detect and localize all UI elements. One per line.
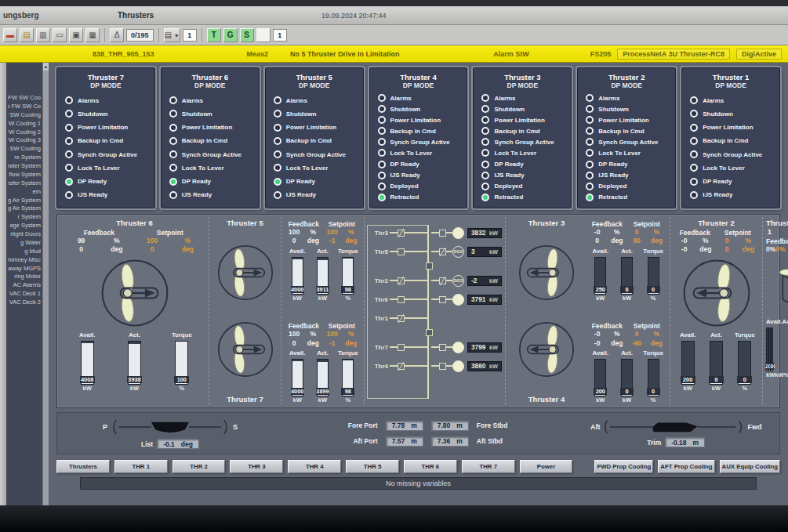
wire bbox=[405, 365, 429, 367]
status-label: Alarms bbox=[78, 97, 99, 104]
trend-icon[interactable]: ▦ bbox=[85, 28, 100, 42]
nav-button-power[interactable]: Power bbox=[520, 460, 573, 473]
sidebar-item[interactable]: Equip FW SW Co bbox=[8, 103, 41, 111]
nav-button-thrusters[interactable]: Thrusters bbox=[56, 460, 110, 473]
list-label: List bbox=[141, 440, 153, 448]
status-label: Shutdown bbox=[598, 106, 629, 113]
sidebar-item[interactable]: rtight Doors bbox=[8, 230, 41, 239]
window-frame-edge bbox=[0, 63, 6, 505]
breaker-icon bbox=[439, 296, 446, 303]
nav-button-thr-5[interactable]: THR 5 bbox=[346, 460, 399, 473]
status-label: Backup in Cmd bbox=[182, 137, 227, 144]
breaker-icon bbox=[398, 344, 405, 351]
aft-stbd-value: 7.36 bbox=[438, 437, 451, 445]
nav-button-thr-3[interactable]: THR 3 bbox=[230, 460, 283, 473]
sidebar-scrollbar[interactable]: ▲ bbox=[42, 63, 49, 505]
nav-button-aux-equip-cooling[interactable]: AUX Equip Cooling bbox=[720, 460, 780, 473]
alarm-message-bar[interactable]: 838_THR_905_153 Meas2 No 5 Thruster Driv… bbox=[0, 45, 788, 63]
sidebar-item[interactable]: FW SW Cooling bbox=[8, 111, 41, 120]
sidebar-item[interactable]: em bbox=[8, 188, 41, 197]
generator-icon bbox=[452, 294, 464, 306]
generator-power-value: 3kW bbox=[467, 247, 502, 257]
page-number-field[interactable]: 1 bbox=[183, 29, 197, 42]
sidebar-item[interactable]: g Air System bbox=[8, 204, 41, 213]
dp-status-row: Lock To Lever bbox=[378, 149, 465, 157]
sidebar-item[interactable]: age System bbox=[8, 222, 41, 230]
aft-stbd-label: Aft Stbd bbox=[477, 437, 508, 445]
sidebar-item[interactable]: away MGPS bbox=[8, 265, 41, 273]
aft-port-label: Aft Port bbox=[348, 437, 378, 445]
page-list-button[interactable]: ▤ ▼ bbox=[164, 28, 180, 42]
alarm-ack-icon[interactable]: ▤ bbox=[20, 28, 34, 42]
alarm-bell-icon[interactable]: Δ bbox=[110, 28, 124, 42]
sidebar-item[interactable]: flow System bbox=[8, 171, 41, 179]
sidebar-item[interactable]: re System bbox=[8, 154, 41, 162]
dp-panel-mode-label: DP MODE bbox=[685, 81, 777, 89]
sidebar-item[interactable]: nder System bbox=[8, 162, 41, 171]
status-led-icon bbox=[378, 149, 386, 157]
sidebar-item[interactable]: g Water bbox=[8, 239, 41, 248]
avail-label: Avail. bbox=[285, 349, 310, 356]
setpoint-label: Setpoint bbox=[717, 229, 760, 237]
sidebar-item[interactable]: W FW Cooling 1 bbox=[8, 120, 41, 128]
sidebar-item[interactable]: VAC Deck 1 bbox=[8, 290, 41, 299]
sidebar-item[interactable]: AC Alarms bbox=[8, 281, 41, 290]
dp-status-row: IJS Ready bbox=[586, 172, 673, 179]
avail-label: Avail. bbox=[587, 248, 614, 255]
toolbar-g-button[interactable]: G bbox=[223, 28, 238, 42]
event-list-icon[interactable]: ▥ bbox=[36, 28, 50, 42]
nav-button-thr-2[interactable]: THR 2 bbox=[172, 460, 226, 473]
percent-unit: % bbox=[342, 330, 361, 338]
alarm-silence-icon[interactable]: ▬ bbox=[3, 28, 17, 42]
status-label: Synch Group Active bbox=[598, 139, 658, 146]
nav-button-thr-4[interactable]: THR 4 bbox=[288, 460, 341, 473]
sidebar-item[interactable]: ansfer System bbox=[8, 179, 41, 188]
sidebar-item[interactable]: g Mud bbox=[8, 248, 41, 256]
nav-button-thr-6[interactable]: THR 6 bbox=[404, 460, 457, 473]
sidebar-item[interactable]: W FW Cooling 2 bbox=[8, 128, 41, 137]
sidebar-item[interactable]: g Air System bbox=[8, 197, 41, 205]
status-led-icon bbox=[274, 137, 281, 145]
sidebar-item[interactable]: uip FW SW Coo bbox=[8, 94, 41, 103]
sidebar-item[interactable]: VAC Deck 2 bbox=[8, 299, 41, 307]
sidebar-item[interactable]: himney Misc bbox=[8, 256, 41, 265]
status-label: Backup in Cmd bbox=[78, 137, 123, 144]
nav-button-thr-7[interactable]: THR 7 bbox=[462, 460, 515, 473]
toolbar-t-button[interactable]: T bbox=[207, 28, 221, 42]
status-led-icon bbox=[481, 194, 489, 201]
act-value: 3911 bbox=[316, 286, 329, 293]
degree-unit: deg bbox=[342, 237, 361, 245]
degree-unit: deg bbox=[303, 237, 322, 245]
nav-button-thr-1[interactable]: THR 1 bbox=[114, 460, 168, 473]
status-label: Shutdown bbox=[390, 106, 421, 113]
degree-unit: deg bbox=[342, 339, 361, 348]
toolbar-s-button[interactable]: S bbox=[240, 28, 254, 42]
wire bbox=[405, 251, 429, 252]
setpoint-label: Setpoint bbox=[323, 220, 361, 228]
avail-value: 200 bbox=[594, 388, 607, 395]
torque-bar: 100 bbox=[175, 341, 188, 385]
dp-mode-panel: Thruster 4 DP MODE Alarms Shutdown Power… bbox=[369, 67, 468, 208]
page-number-field-2[interactable]: 1 bbox=[273, 29, 287, 42]
dp-status-row: Alarms bbox=[690, 96, 777, 104]
dp-status-row: Power Limitation bbox=[65, 124, 152, 132]
sidebar-item[interactable]: r System bbox=[8, 213, 41, 222]
sidebar-item[interactable]: ring Motor bbox=[8, 273, 41, 281]
blank-toolbar-button[interactable] bbox=[256, 28, 271, 42]
nav-button-fwd-prop-cooling[interactable]: FWD Prop Cooling bbox=[594, 460, 653, 473]
pages-icon: ▤ bbox=[165, 31, 172, 39]
nav-button-aft-prop-cooling[interactable]: AFT Prop Cooling bbox=[658, 460, 714, 473]
screen-copy-icon[interactable]: ▭ bbox=[53, 28, 67, 42]
sidebar-item[interactable]: W FW Cooling 3 bbox=[8, 136, 41, 145]
sidebar-item[interactable]: uip SW Cooling bbox=[8, 145, 41, 154]
act-label: Act. bbox=[614, 248, 641, 255]
chevron-down-icon: ▼ bbox=[174, 33, 180, 38]
avail-unit: kW bbox=[587, 396, 614, 404]
status-label: Retracted bbox=[390, 194, 419, 201]
status-label: Lock To Lever bbox=[78, 165, 120, 172]
status-led-icon bbox=[169, 137, 177, 145]
clipboard-icon[interactable]: ▣ bbox=[69, 28, 83, 42]
dp-status-row: Backup in Cmd bbox=[481, 127, 568, 135]
fore-stbd-value-box: 7.80 m bbox=[431, 421, 469, 431]
percent-unit: % bbox=[342, 228, 361, 237]
